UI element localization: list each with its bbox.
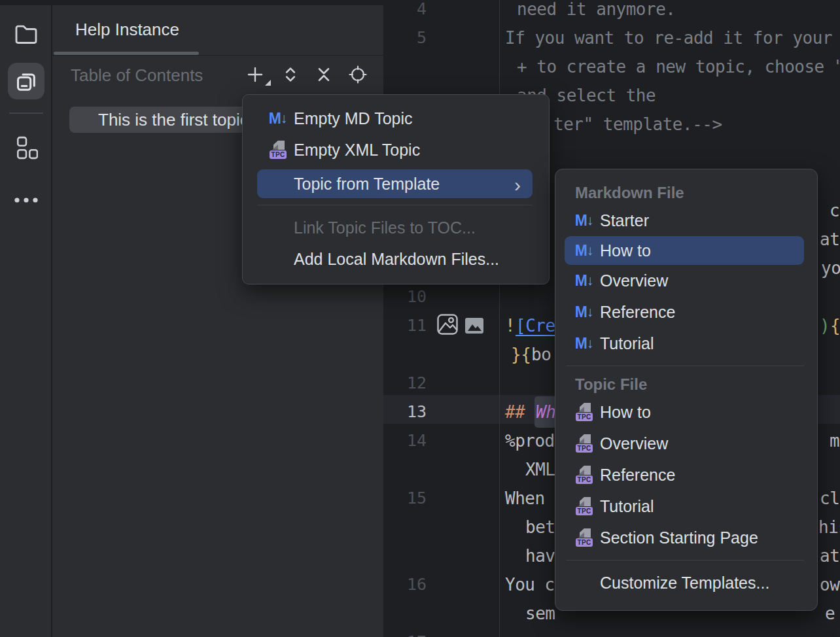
line-number: 17: [383, 628, 427, 637]
submenu-separator: [566, 560, 804, 560]
submenu-item-md-how-to[interactable]: M↓ How to: [565, 236, 804, 265]
line-number: 12: [383, 369, 427, 398]
toc-tool-button[interactable]: [8, 63, 44, 99]
code-fragment: yo: [821, 254, 840, 283]
code-fragment: ow: [820, 570, 839, 599]
menu-item-empty-md-topic[interactable]: M↓ Empty MD Topic: [243, 103, 549, 134]
structure-icon: [14, 136, 38, 160]
topic-file-icon: TPC: [575, 434, 593, 453]
submenu-item-tpc-reference[interactable]: TPC Reference: [555, 459, 817, 491]
topic-file-icon: TPC: [575, 403, 593, 421]
stripe-divider: [9, 112, 43, 114]
expand-all-button[interactable]: [279, 63, 302, 86]
line-number: 13: [383, 398, 427, 426]
structure-tool-button[interactable]: [8, 129, 44, 166]
dropdown-corner-icon: [265, 80, 271, 86]
code-fragment: Wh: [536, 398, 555, 426]
code-fragment: m: [830, 426, 839, 455]
code-fragment: }{: [511, 340, 531, 369]
code-fragment: c: [830, 196, 839, 225]
markdown-file-icon: M↓: [269, 109, 287, 128]
line-number: 5: [383, 24, 427, 52]
line-number: 10: [383, 283, 427, 311]
image-preview-icon[interactable]: [436, 313, 459, 336]
tool-window-stripe: [0, 0, 52, 637]
code-fragment: !: [505, 311, 515, 340]
submenu-item-md-reference[interactable]: M↓ Reference: [555, 296, 817, 328]
submenu-item-tpc-overview[interactable]: TPC Overview: [555, 428, 817, 459]
code-fragment: You c: [505, 570, 555, 599]
collapse-all-icon: [315, 65, 333, 84]
submenu-item-customize-templates[interactable]: Customize Templates...: [555, 567, 817, 598]
line-number: 15: [383, 484, 427, 513]
submenu-item-tpc-tutorial[interactable]: TPC Tutorial: [555, 491, 817, 522]
code-fragment: [Cre: [516, 311, 555, 340]
topic-file-icon: TPC: [269, 141, 287, 159]
add-topic-button[interactable]: [244, 63, 266, 86]
submenu-separator: [566, 366, 804, 366]
expand-all-icon: [281, 65, 300, 84]
topic-file-icon: TPC: [575, 528, 593, 547]
code-fragment: ): [820, 311, 830, 340]
toc-header: Table of Contents: [71, 65, 203, 86]
more-tool-windows-button[interactable]: [8, 182, 44, 218]
panel-title: Help Instance: [75, 20, 179, 40]
markdown-file-icon: M↓: [575, 241, 593, 260]
project-tool-button[interactable]: [8, 16, 44, 52]
markdown-file-icon: M↓: [575, 303, 593, 321]
submenu-item-md-overview[interactable]: M↓ Overview: [555, 265, 817, 296]
code-fragment: ter" template.-->: [553, 110, 722, 139]
topic-file-icon: TPC: [575, 497, 593, 515]
markdown-file-icon: M↓: [575, 271, 593, 290]
menu-item-topic-from-template[interactable]: Topic from Template ›: [257, 169, 533, 198]
line-number: 14: [383, 426, 427, 455]
menu-item-add-local-markdown[interactable]: Add Local Markdown Files...: [243, 243, 549, 275]
submenu-item-md-tutorial[interactable]: M↓ Tutorial: [555, 328, 817, 359]
new-topic-menu: M↓ Empty MD Topic TPC Empty XML Topic To…: [242, 94, 550, 284]
code-fragment: If you want to re-add it for your: [505, 24, 832, 52]
locate-icon: [349, 65, 367, 84]
code-fragment: e: [825, 599, 835, 628]
code-fragment: {: [830, 311, 840, 340]
submenu-item-tpc-how-to[interactable]: TPC How to: [555, 396, 817, 428]
toc-toolbar: Table of Contents: [52, 56, 383, 95]
folder-icon: [13, 21, 39, 47]
code-fragment: When: [505, 484, 555, 513]
submenu-item-tpc-section-starting-page[interactable]: TPC Section Starting Page: [555, 522, 817, 553]
markdown-file-icon: M↓: [575, 334, 593, 353]
code-fragment: at: [820, 542, 839, 570]
tab-underline: [54, 52, 199, 55]
toc-tree-item-label: This is the first topic: [98, 107, 249, 133]
collapse-all-button[interactable]: [313, 63, 335, 86]
copy-stack-icon: [13, 68, 39, 94]
submenu-header-topic-file: Topic File: [555, 373, 817, 396]
code-fragment: + to create a new topic, choose ": [517, 52, 840, 81]
topic-template-submenu: Markdown File M↓ Starter M↓ How to M↓ Ov…: [555, 169, 818, 611]
line-number: 16: [383, 570, 427, 599]
line-number: 4: [383, 0, 427, 24]
window-top-strip: [0, 0, 383, 5]
image-thumbnail-icon[interactable]: [464, 316, 484, 336]
menu-item-empty-xml-topic[interactable]: TPC Empty XML Topic: [243, 134, 549, 165]
topic-file-icon: TPC: [575, 466, 593, 484]
code-fragment: his: [818, 513, 840, 542]
more-horizontal-icon: [13, 196, 39, 204]
line-number: 11: [383, 311, 427, 340]
markdown-file-icon: M↓: [575, 211, 593, 230]
submenu-arrow-icon: ›: [514, 174, 521, 196]
code-fragment: need it anymore.: [517, 0, 675, 24]
code-fragment: ##: [505, 398, 534, 426]
code-fragment: %prod: [505, 426, 555, 455]
writerside-window: 451011121314151617 need it anymore.If yo…: [0, 0, 840, 637]
submenu-header-markdown-file: Markdown File: [555, 181, 817, 205]
menu-item-link-topic-files[interactable]: Link Topic Files to TOC...: [243, 212, 549, 243]
code-fragment: cl: [820, 484, 839, 513]
add-icon: [246, 65, 264, 84]
submenu-item-md-starter[interactable]: M↓ Starter: [555, 205, 817, 236]
panel-header: Help Instance: [52, 5, 383, 56]
code-fragment: sem: [525, 599, 555, 628]
menu-separator: [257, 205, 533, 205]
locate-topic-button[interactable]: [347, 63, 369, 86]
code-fragment: at: [820, 225, 839, 254]
code-fragment: bo: [531, 340, 551, 369]
